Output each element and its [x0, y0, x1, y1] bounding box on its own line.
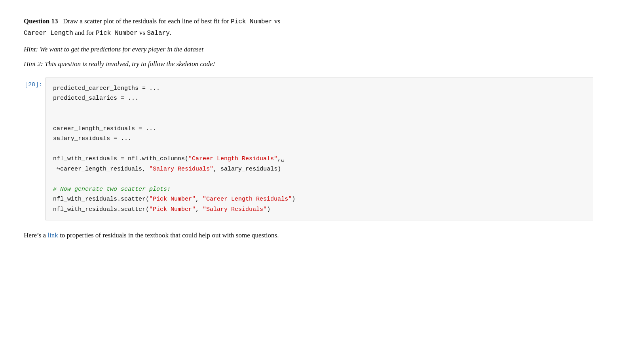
- code-comment: # Now generate two scatter plots!: [53, 186, 171, 193]
- footer-after: to properties of residuals in the textbo…: [58, 231, 279, 239]
- footer-text: Here’s a link to properties of residuals…: [24, 230, 593, 241]
- code-line-3: career_length_residuals = ...: [53, 125, 156, 132]
- code-salary: Salary: [147, 30, 170, 37]
- code-line-6: ↪career_length_residuals, "Salary Residu…: [53, 166, 281, 173]
- code-pick-number-2: Pick Number: [96, 30, 138, 37]
- footer-before: Here’s a: [24, 231, 47, 239]
- code-line-7: nfl_with_residuals.scatter("Pick Number"…: [53, 196, 295, 203]
- cell-label: [28]:: [24, 78, 46, 88]
- code-pick-number-1: Pick Number: [231, 18, 273, 25]
- code-block[interactable]: predicted_career_lengths = ... predicted…: [46, 78, 593, 221]
- question-number: Question 13: [24, 17, 58, 25]
- question-title: Question 13 Draw a scatter plot of the r…: [24, 16, 593, 38]
- footer-link[interactable]: link: [47, 231, 58, 239]
- hint2: Hint 2: This question is really involved…: [24, 59, 593, 69]
- code-career-length: Career Length: [24, 30, 73, 37]
- hint1: Hint: We want to get the predictions for…: [24, 44, 593, 55]
- question-block: Question 13 Draw a scatter plot of the r…: [24, 16, 593, 241]
- code-line-5: nfl_with_residuals = nfl.with_columns("C…: [53, 155, 285, 162]
- code-cell: [28]: predicted_career_lengths = ... pre…: [24, 78, 593, 221]
- code-line-4: salary_residuals = ...: [53, 135, 131, 142]
- code-line-2: predicted_salaries = ...: [53, 95, 139, 102]
- code-line-1: predicted_career_lengths = ...: [53, 85, 160, 92]
- code-line-8: nfl_with_residuals.scatter("Pick Number"…: [53, 206, 270, 213]
